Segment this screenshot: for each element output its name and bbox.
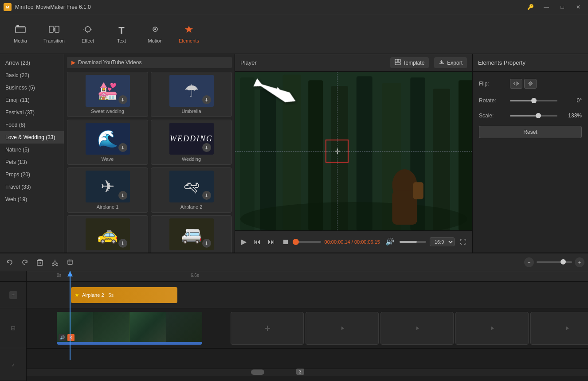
flip-horizontal-btn[interactable] [510,79,522,89]
element-download-btn-airplane2[interactable]: ⬇ [202,191,211,200]
text-label: Text [117,38,126,43]
tl-scroll-area[interactable]: 3 [27,369,588,376]
category-item-arrow[interactable]: Arrow (23) [0,57,64,69]
scale-slider[interactable] [510,115,557,117]
category-item-travel[interactable]: Travel (33) [0,181,64,193]
video-x-icon: ✕ [67,334,74,341]
zoom-out-btn[interactable]: − [524,257,534,267]
placeholder-2[interactable] [306,312,379,345]
delete-button[interactable] [34,256,46,268]
svg-rect-11 [398,59,400,62]
placeholder-1[interactable] [231,312,304,345]
category-item-basic[interactable]: Basic (22) [0,69,64,82]
undo-button[interactable] [4,256,16,268]
tl-ruler: 0s 6.6s [27,271,588,282]
element-download-btn-wave[interactable]: ⬇ [118,143,127,152]
template-icon [395,59,401,66]
close-btn[interactable]: ✕ [572,1,584,13]
fullscreen-button[interactable]: ⛶ [458,237,468,246]
element-clip[interactable]: ★ Airplane 2 5s [71,287,177,303]
zoom-area: − + [524,257,584,267]
mute-icon[interactable]: 🔊 [59,334,66,341]
element-card-car2[interactable]: 🚐⬇Car 2 [151,215,232,253]
category-item-emoji[interactable]: Emoji (11) [0,94,64,106]
transition-label: Transition [43,38,65,43]
tl-video-clip[interactable]: 🔊 ✕ [57,312,202,345]
volume-fill [400,241,417,243]
tl-scroll-thumb[interactable] [251,369,264,375]
template-button[interactable]: Template [390,57,429,68]
placeholder-4[interactable] [455,312,529,345]
stop-button[interactable]: ⏹ [280,237,291,247]
download-bar[interactable]: ▶ Download YouTube Videos [67,57,232,68]
rotate-thumb [531,98,537,103]
category-item-web[interactable]: Web (19) [0,193,64,206]
zoom-slider[interactable] [537,261,572,263]
element-download-btn-car1[interactable]: ⬇ [118,239,127,248]
elements-label: Elements [179,38,199,43]
category-item-love-wedding[interactable]: Love & Wedding (33) [0,131,64,144]
category-item-food[interactable]: Food (8) [0,119,64,131]
element-card-car1[interactable]: 🚕⬇Car 1 [67,215,148,253]
toolbar-text[interactable]: T Text [106,18,137,50]
aspect-select[interactable]: 16:99:161:14:3 [430,237,455,246]
element-thumb-wedding: WEDDING⬇ [169,123,214,155]
category-item-business[interactable]: Business (5) [0,82,64,94]
toolbar-effect[interactable]: Effect [72,18,104,50]
next-button[interactable]: ⏭ [266,237,277,247]
toolbar-motion[interactable]: Motion [139,18,171,50]
element-thumb-airplane2: 🛩⬇ [169,171,214,202]
player-title: Player [240,59,385,66]
toolbar-elements[interactable]: Elements [173,18,205,50]
element-card-sweet-wedding[interactable]: 💒⬇Sweet wedding [67,72,148,117]
key-btn[interactable]: 🔑 [524,1,537,13]
category-item-pets[interactable]: Pets (13) [0,156,64,168]
toolbar-media[interactable]: Media [4,18,36,50]
cut-button[interactable] [49,256,61,268]
maximize-btn[interactable]: □ [556,1,568,13]
element-download-btn-wedding[interactable]: ⬇ [202,143,211,152]
minimize-btn[interactable]: — [540,1,553,13]
play-button[interactable]: ▶ [239,237,248,247]
reset-button[interactable]: Reset [479,126,582,138]
transition-icon [49,25,59,36]
prev-button[interactable]: ⏮ [252,237,263,247]
volume-bar[interactable] [400,241,426,243]
clip-name: Airplane 2 [82,292,104,298]
element-download-btn-car2[interactable]: ⬇ [202,239,211,248]
placeholder-3[interactable] [380,312,454,345]
redo-button[interactable] [19,256,31,268]
placeholder-5[interactable] [530,312,588,345]
category-item-props[interactable]: Props (20) [0,168,64,181]
element-download-btn-airplane1[interactable]: ⬇ [118,191,127,200]
crop-button[interactable] [64,256,76,268]
element-thumb-wave: 🌊⬇ [86,123,130,155]
element-card-wave[interactable]: 🌊⬇Wave [67,120,148,165]
flip-label: Flip: [479,81,506,87]
category-item-nature[interactable]: Nature (5) [0,144,64,156]
rotate-slider[interactable] [510,100,557,101]
element-card-umbrella[interactable]: ☂⬇Umbrella [151,72,232,117]
toolbar-transition[interactable]: Transition [38,18,70,50]
element-card-airplane1[interactable]: ✈⬇Airplane 1 [67,167,148,213]
player-canvas[interactable]: ✛ [235,72,472,230]
media-label: Media [14,38,27,43]
export-button[interactable]: Export [434,57,467,68]
progress-bar[interactable] [294,241,321,243]
video-frame-4 [166,312,202,345]
zoom-in-btn[interactable]: + [575,257,584,267]
clip-duration: 5s [109,292,114,298]
elements-icon [184,25,194,36]
element-card-wedding[interactable]: WEDDING⬇Wedding [151,120,232,165]
element-download-btn-umbrella[interactable]: ⬇ [202,95,211,104]
category-item-festival[interactable]: Festival (37) [0,106,64,119]
player-header: Player Template Export [235,54,472,72]
element-card-airplane2[interactable]: 🛩⬇Airplane 2 [151,167,232,213]
add-track-icon[interactable]: + [9,291,17,299]
volume-button[interactable]: 🔊 [384,237,396,247]
timeline-tracks[interactable]: 0s 6.6s ★ Airplane 2 5s [27,271,588,381]
element-download-btn-sweet-wedding[interactable]: ⬇ [118,95,127,104]
text-icon: T [118,25,124,36]
flip-vertical-btn[interactable] [524,79,537,89]
element-name-sweet-wedding: Sweet wedding [91,109,124,114]
